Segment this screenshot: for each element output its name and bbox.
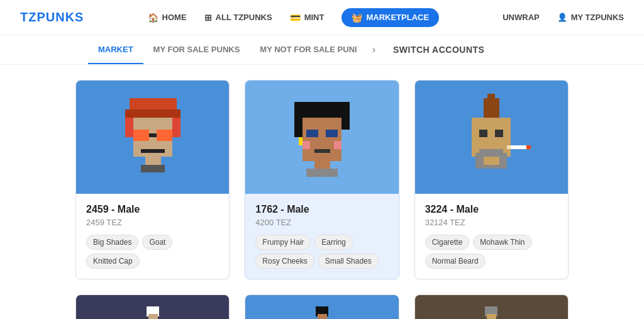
bottom-preview-row bbox=[75, 294, 569, 319]
punk-price-1762: 4200 TEZ bbox=[255, 218, 388, 227]
punk-canvas-1762 bbox=[275, 90, 369, 184]
tab-more-chevron[interactable]: › bbox=[367, 35, 380, 64]
bottom-punk-canvas-2 bbox=[303, 306, 341, 319]
nav-marketplace[interactable]: 🧺 MARKETPLACE bbox=[341, 8, 439, 27]
punk-card-3224[interactable]: 3224 - Male 32124 TEZ Cigarette Mohawk T… bbox=[414, 80, 569, 279]
punk-card-1762[interactable]: 1762 - Male 4200 TEZ Frumpy Hair Earring… bbox=[245, 80, 399, 279]
punk-canvas-3224 bbox=[444, 90, 538, 184]
punk-image-3224 bbox=[415, 81, 568, 194]
tag-rosy-cheeks: Rosy Cheeks bbox=[255, 254, 314, 269]
logo-suffix: PUNKS bbox=[36, 10, 84, 24]
tag-big-shades: Big Shades bbox=[86, 235, 138, 250]
punk-price-2459: 2459 TEZ bbox=[86, 218, 219, 227]
bottom-card-image-1 bbox=[76, 295, 229, 319]
punk-title-2459: 2459 - Male bbox=[86, 204, 219, 215]
user-icon: 👤 bbox=[557, 13, 567, 22]
header-right: UNWRAP 👤 MY TZPUNKS bbox=[502, 13, 624, 22]
main-nav: 🏠 HOME ⊞ ALL TZPUNKS 💳 MINT 🧺 MARKETPLAC… bbox=[148, 8, 440, 27]
punk-card-body-1762: 1762 - Male 4200 TEZ Frumpy Hair Earring… bbox=[245, 194, 398, 279]
nav-mint[interactable]: 💳 MINT bbox=[290, 13, 325, 23]
tag-normal-beard: Normal Beard bbox=[425, 254, 486, 269]
bottom-card-image-2 bbox=[245, 295, 398, 319]
tag-cigarette: Cigarette bbox=[425, 235, 470, 250]
bottom-card-3[interactable] bbox=[414, 294, 569, 319]
tabs-row: MARKET MY FOR SALE PUNKS MY NOT FOR SALE… bbox=[0, 35, 644, 65]
nav-all-tzpunks[interactable]: ⊞ ALL TZPUNKS bbox=[204, 13, 272, 23]
punk-card-body-2459: 2459 - Male 2459 TEZ Big Shades Goat Kni… bbox=[76, 194, 229, 279]
bottom-punk-canvas-1 bbox=[134, 306, 172, 319]
main-content: 2459 - Male 2459 TEZ Big Shades Goat Kni… bbox=[0, 65, 644, 319]
punk-tags-3224: Cigarette Mohawk Thin Normal Beard bbox=[425, 235, 558, 269]
cards-grid: 2459 - Male 2459 TEZ Big Shades Goat Kni… bbox=[75, 80, 569, 279]
card-icon: 💳 bbox=[290, 13, 301, 23]
punk-card-body-3224: 3224 - Male 32124 TEZ Cigarette Mohawk T… bbox=[415, 194, 568, 279]
grid-icon: ⊞ bbox=[204, 13, 212, 23]
logo[interactable]: TZPUNKS bbox=[20, 10, 84, 25]
punk-card-2459[interactable]: 2459 - Male 2459 TEZ Big Shades Goat Kni… bbox=[75, 80, 230, 279]
switch-accounts-button[interactable]: SWITCH ACCOUNTS bbox=[393, 45, 484, 55]
tab-market[interactable]: MARKET bbox=[88, 36, 143, 64]
punk-image-2459 bbox=[76, 81, 229, 194]
punk-image-1762 bbox=[245, 81, 398, 194]
tag-goat: Goat bbox=[142, 235, 172, 250]
tab-my-not-for-sale[interactable]: MY NOT FOR SALE PUNI bbox=[250, 36, 367, 64]
header: TZPUNKS 🏠 HOME ⊞ ALL TZPUNKS 💳 MINT 🧺 MA… bbox=[0, 0, 644, 35]
tag-knitted-cap: Knitted Cap bbox=[86, 254, 140, 269]
tab-my-for-sale[interactable]: MY FOR SALE PUNKS bbox=[143, 36, 250, 64]
my-tzpunks-button[interactable]: 👤 MY TZPUNKS bbox=[557, 13, 624, 22]
punk-canvas-2459 bbox=[106, 90, 200, 184]
bottom-punk-canvas-3 bbox=[472, 306, 510, 319]
basket-icon: 🧺 bbox=[352, 13, 362, 23]
tag-frumpy-hair: Frumpy Hair bbox=[255, 235, 311, 250]
home-icon: 🏠 bbox=[148, 13, 158, 23]
bottom-card-image-3 bbox=[415, 295, 568, 319]
punk-tags-1762: Frumpy Hair Earring Rosy Cheeks Small Sh… bbox=[255, 235, 388, 269]
punk-title-1762: 1762 - Male bbox=[255, 204, 388, 215]
punk-price-3224: 32124 TEZ bbox=[425, 218, 558, 227]
tag-earring: Earring bbox=[314, 235, 353, 250]
punk-title-3224: 3224 - Male bbox=[425, 204, 558, 215]
unwrap-button[interactable]: UNWRAP bbox=[502, 13, 540, 22]
bottom-card-1[interactable] bbox=[75, 294, 230, 319]
bottom-card-2[interactable] bbox=[245, 294, 399, 319]
punk-tags-2459: Big Shades Goat Knitted Cap bbox=[86, 235, 219, 269]
tag-small-shades: Small Shades bbox=[318, 254, 379, 269]
tag-mohawk-thin: Mohawk Thin bbox=[473, 235, 531, 250]
logo-prefix: TZ bbox=[20, 10, 36, 24]
nav-home[interactable]: 🏠 HOME bbox=[148, 13, 187, 23]
